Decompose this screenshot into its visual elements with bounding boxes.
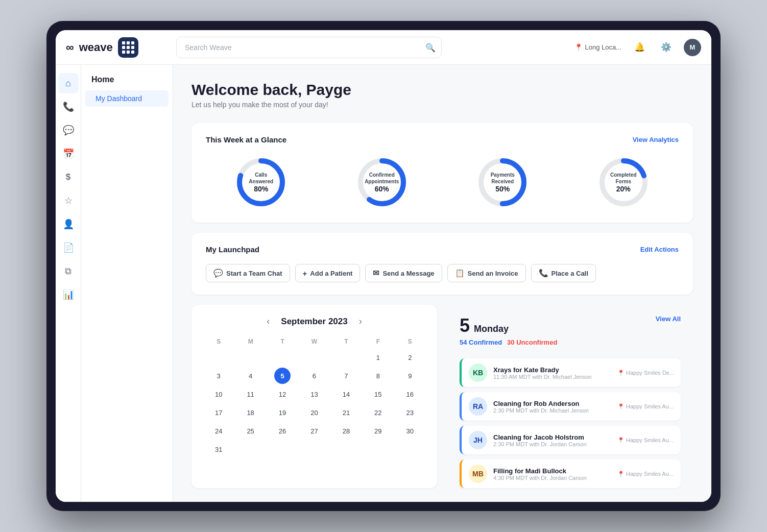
unconfirmed-badge[interactable]: 30 Unconfirmed	[507, 338, 557, 346]
cal-day-21[interactable]: 21	[338, 404, 354, 421]
sidebar-document-icon[interactable]: 📄	[58, 237, 79, 258]
search-input[interactable]	[176, 37, 442, 58]
cal-day-4[interactable]: 4	[243, 368, 259, 384]
sidebar-phone-icon[interactable]: 📞	[58, 96, 79, 117]
place-call-label: Place a Call	[552, 270, 588, 277]
cal-day-7[interactable]: 7	[338, 368, 354, 384]
charts-row: CallsAnswered 80%	[206, 154, 679, 210]
chart-calls-pct: 80%	[249, 185, 273, 193]
chart-forms-label: CompletedForms	[610, 172, 637, 185]
add-patient-label: Add a Patient	[310, 270, 352, 277]
appt-item-0[interactable]: KB Xrays for Kate Brady 11:30 AM MDT wit…	[460, 358, 681, 387]
cal-day-26[interactable]: 26	[274, 423, 291, 439]
cal-day-16[interactable]: 16	[402, 386, 418, 402]
appt-avatar-2: JH	[469, 431, 487, 449]
appt-item-1[interactable]: RA Cleaning for Rob Anderson 2:30 PM MDT…	[460, 392, 681, 421]
welcome-subtitle: Let us help you make the most of your da…	[191, 101, 693, 109]
sidebar-home-icon[interactable]: ⌂	[58, 73, 79, 93]
cal-empty-2	[243, 349, 259, 366]
send-invoice-button[interactable]: 📋 Send an Invoice	[447, 264, 526, 282]
cal-day-9[interactable]: 9	[402, 368, 418, 384]
cal-day-10[interactable]: 10	[210, 386, 227, 402]
dow-sun: S	[204, 336, 233, 347]
search-icon: 🔍	[425, 42, 436, 52]
appt-avatar-0: KB	[469, 364, 487, 382]
cal-day-15[interactable]: 15	[370, 386, 386, 402]
start-team-chat-button[interactable]: 💬 Start a Team Chat	[206, 264, 290, 282]
view-all-link[interactable]: View All	[656, 315, 681, 323]
sidebar-person-icon[interactable]: 👤	[58, 214, 79, 234]
launchpad-buttons: 💬 Start a Team Chat + Add a Patient ✉ Se…	[206, 264, 679, 282]
schedule-panel: 5 Monday 54 Confirmed 30 Unconfirmed Vie…	[447, 305, 693, 498]
notifications-button[interactable]: 🔔	[631, 39, 648, 56]
cal-day-31[interactable]: 31	[210, 441, 227, 457]
cal-day-11[interactable]: 11	[243, 386, 259, 402]
appt-item-3[interactable]: MB Filling for Madi Bullock 4:30 PM MDT …	[460, 460, 681, 488]
cal-day-30[interactable]: 30	[402, 423, 418, 439]
cal-day-19[interactable]: 19	[274, 404, 291, 421]
sidebar-copy-icon[interactable]: ⧉	[58, 261, 79, 281]
send-message-button[interactable]: ✉ Send a Message	[365, 264, 442, 282]
chart-forms: CompletedForms 20%	[595, 154, 652, 210]
prev-month-button[interactable]: ‹	[263, 315, 273, 328]
cal-day-5[interactable]: 5	[274, 368, 291, 384]
cal-day-18[interactable]: 18	[243, 404, 259, 421]
logo-symbol: ∞	[66, 41, 74, 54]
cal-day-2[interactable]: 2	[402, 349, 418, 366]
add-patient-button[interactable]: + Add a Patient	[295, 264, 361, 282]
location-pin-icon: 📍	[574, 43, 583, 51]
cal-day-25[interactable]: 25	[243, 423, 259, 439]
cal-day-13[interactable]: 13	[306, 386, 322, 402]
cal-day-20[interactable]: 20	[306, 404, 322, 421]
send-invoice-label: Send an Invoice	[468, 270, 518, 277]
cal-day-22[interactable]: 22	[370, 404, 386, 421]
cal-day-14[interactable]: 14	[338, 386, 354, 402]
sidebar-analytics-icon[interactable]: 📊	[58, 284, 79, 305]
cal-day-3[interactable]: 3	[210, 368, 227, 384]
sidebar-dollar-icon[interactable]: $	[58, 167, 79, 187]
appt-location-1: 📍 Happy Smiles Au...	[617, 403, 674, 410]
edit-actions-link[interactable]: Edit Actions	[640, 246, 679, 253]
cal-day-28[interactable]: 28	[338, 423, 354, 439]
schedule-badges: 54 Confirmed 30 Unconfirmed	[460, 338, 557, 346]
appt-item-2[interactable]: JH Cleaning for Jacob Holstrom 2:30 PM M…	[460, 426, 681, 454]
cal-day-27[interactable]: 27	[306, 423, 322, 439]
appointment-list: KB Xrays for Kate Brady 11:30 AM MDT wit…	[460, 358, 681, 488]
top-right: 📍 Long Loca... 🔔 ⚙️ M	[574, 39, 701, 56]
cal-empty-1	[210, 349, 227, 366]
chart-appt-label: ConfirmedAppointments	[365, 172, 399, 185]
sidebar-calendar-icon[interactable]: 📅	[58, 143, 79, 164]
cal-day-1[interactable]: 1	[370, 349, 386, 366]
dow-sat: S	[395, 336, 425, 347]
appt-location-2: 📍 Happy Smiles Au...	[617, 437, 674, 444]
invoice-icon: 📋	[455, 269, 465, 278]
schedule-date: 5 Monday	[460, 315, 557, 336]
cal-day-12[interactable]: 12	[274, 386, 291, 402]
launchpad-card: My Launchpad Edit Actions 💬 Start a Team…	[191, 233, 693, 295]
cal-day-24[interactable]: 24	[210, 423, 227, 439]
sidebar-star-icon[interactable]: ☆	[58, 190, 79, 211]
view-analytics-link[interactable]: View Analytics	[633, 136, 679, 143]
grid-menu-button[interactable]	[118, 37, 138, 58]
settings-button[interactable]: ⚙️	[657, 39, 675, 56]
user-avatar[interactable]: M	[684, 39, 701, 56]
next-month-button[interactable]: ›	[356, 315, 365, 328]
nav-title: Home	[81, 75, 173, 90]
cal-day-6[interactable]: 6	[306, 368, 322, 384]
confirmed-badge[interactable]: 54 Confirmed	[460, 338, 502, 346]
appt-name-0: Xrays for Kate Brady	[493, 366, 611, 374]
cal-day-23[interactable]: 23	[402, 404, 418, 421]
place-call-button[interactable]: 📞 Place a Call	[531, 264, 596, 282]
logo-area: ∞ weave	[66, 37, 168, 58]
appt-time-1: 2:30 PM MDT with Dr. Michael Jenson	[493, 407, 611, 414]
cal-day-29[interactable]: 29	[370, 423, 386, 439]
appt-location-3: 📍 Happy Smiles Au...	[617, 471, 674, 477]
cal-day-8[interactable]: 8	[370, 368, 386, 384]
location-pin-1: 📍	[617, 403, 625, 410]
cal-day-17[interactable]: 17	[210, 404, 227, 421]
chat-bubble-icon: 💬	[213, 269, 223, 278]
sidebar-chat-icon[interactable]: 💬	[58, 120, 79, 140]
nav-item-dashboard[interactable]: My Dashboard	[85, 90, 169, 107]
dow-mon: M	[235, 336, 265, 347]
location-badge[interactable]: 📍 Long Loca...	[574, 43, 621, 51]
